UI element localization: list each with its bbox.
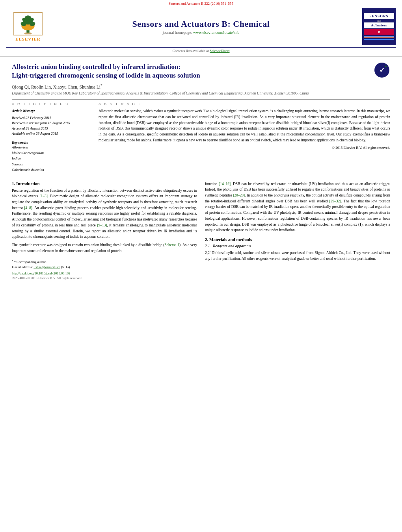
- title-line1: Allosteric anion binding controlled by i…: [12, 63, 181, 70]
- scheme-ref: Scheme 1: [165, 243, 180, 247]
- keywords-label: Keywords:: [12, 141, 91, 145]
- article-content: Allosteric anion binding controlled by i…: [0, 59, 402, 284]
- affiliation: Department of Chemistry and the MOE Key …: [12, 91, 390, 96]
- doi-line: http://dx.doi.org/10.1016/j.snb.2015.08.…: [12, 271, 197, 275]
- sciencedirect-line: Contents lists available at ScienceDirec…: [0, 48, 402, 54]
- elsevier-logo: ELSEVIER: [6, 12, 50, 41]
- abstract-text: Allosteric molecular sensing, which make…: [99, 108, 390, 143]
- received-date: Received 27 February 2015: [12, 115, 91, 121]
- intro-paragraph-2: The synthetic receptor was designed to c…: [12, 242, 197, 254]
- divider-1: [12, 99, 390, 100]
- email-link[interactable]: lishua@xmu.edu.cn: [34, 265, 60, 269]
- article-title-section: Allosteric anion binding controlled by i…: [12, 63, 390, 80]
- journal-header: Sensors and Actuators B 222 (2016) 551–5…: [0, 0, 402, 57]
- corresponding-label: * Corresponding author.: [14, 260, 47, 264]
- footnote-area: * * Corresponding author. E-mail address…: [12, 257, 197, 269]
- reagents-heading: 2.1. Reagents and apparatus: [205, 244, 390, 248]
- footnote-star-line: * * Corresponding author.: [12, 259, 197, 265]
- homepage-link[interactable]: www.elsevier.com/locate/snb: [193, 30, 239, 35]
- right-paragraph-1: function [14–19], DSB can be cleaved by …: [205, 181, 390, 233]
- sensors-actuators-badge: SENSORS and AcTuators B: [362, 8, 396, 45]
- journal-title-block: Sensors and Actuators B: Chemical journa…: [50, 19, 352, 35]
- info-abstract-row: A R T I C L E I N F O Article history: R…: [12, 102, 390, 172]
- ref-9-13: [9–13]: [97, 223, 107, 227]
- accepted-date: Accepted 24 August 2015: [12, 126, 91, 132]
- email-label: E-mail address:: [12, 265, 33, 269]
- history-label: Article history:: [12, 108, 91, 114]
- volume-text: Sensors and Actuators B 222 (2016) 551–5…: [169, 2, 233, 6]
- main-right-column: function [14–19], DSB can be cleaved by …: [205, 181, 390, 280]
- main-content-area: 1. Introduction Precise regulation of th…: [12, 181, 390, 280]
- sciencedirect-link[interactable]: ScienceDirect: [210, 49, 229, 53]
- page: Sensors and Actuators B 222 (2016) 551–5…: [0, 0, 402, 532]
- article-history-block: Article history: Received 27 February 20…: [12, 108, 91, 136]
- abstract-label: A B S T R A C T: [99, 102, 390, 106]
- badge-sensors-text: SENSORS: [364, 13, 394, 19]
- copyright: © 2015 Elsevier B.V. All rights reserved…: [99, 146, 390, 150]
- footnote-email-line: E-mail address: lishua@xmu.edu.cn (S. Li…: [12, 265, 197, 270]
- main-left-column: 1. Introduction Precise regulation of th…: [12, 181, 197, 280]
- elsevier-tree-icon: [12, 12, 44, 36]
- ref-14-19: [14–19]: [219, 182, 231, 186]
- intro-heading: 1. Introduction: [12, 181, 197, 186]
- email-name: (S. Li).: [61, 265, 71, 269]
- ref-1-3: [1–3]: [39, 194, 48, 198]
- article-title: Allosteric anion binding controlled by i…: [12, 63, 374, 80]
- badge-actuators-text: AcTuators: [364, 22, 394, 28]
- keyword-4: Sensors: [12, 161, 91, 167]
- keyword-5: Colorimetric detection: [12, 167, 91, 172]
- issn-line: 0925-4005/© 2015 Elsevier B.V. All right…: [12, 276, 197, 280]
- intro-paragraph-1: Precise regulation of the function of a …: [12, 188, 197, 240]
- reagents-text: 2,2′-Dithiosalicylic acid, taurine and s…: [205, 250, 390, 261]
- keyword-3: Iodide: [12, 156, 91, 161]
- badge-line-2: [364, 37, 394, 38]
- badge-decoration: [364, 35, 394, 40]
- svg-rect-8: [24, 32, 32, 34]
- divider-2: [12, 177, 390, 177]
- badge-and-text: and: [377, 19, 381, 22]
- svg-point-6: [22, 17, 26, 21]
- authors: Qiong Qi, Ruolin Lin, Xiaoyu Chen, Shunh…: [12, 83, 390, 89]
- contents-label: Contents lists available at: [173, 49, 209, 53]
- authors-text: Qiong Qi, Ruolin Lin, Xiaoyu Chen, Shunh…: [12, 85, 100, 89]
- article-info-label: A R T I C L E I N F O: [12, 102, 91, 106]
- ref-29-32: [29–32]: [329, 199, 341, 203]
- crossmark-svg: ✓ +: [375, 63, 389, 77]
- keywords-block: Keywords: Allosterism Molecular recognit…: [12, 141, 91, 173]
- svg-point-7: [30, 17, 34, 21]
- badge-b-text: B: [364, 29, 394, 35]
- compound-1: 1: [359, 222, 361, 226]
- crossmark-badge: ✓ +: [374, 63, 390, 78]
- available-date: Available online 28 August 2015: [12, 131, 91, 137]
- footnote-star-marker: *: [12, 259, 13, 262]
- crossmark-icon: ✓ +: [374, 63, 389, 78]
- keywords-list: Allosterism Molecular recognition Iodide…: [12, 145, 91, 173]
- keyword-2: Molecular recognition: [12, 150, 91, 156]
- homepage-label: journal homepage:: [163, 30, 192, 35]
- title-line2: Light-triggered chromogenic sensing of i…: [12, 72, 200, 79]
- abstract-column: A B S T R A C T Allosteric molecular sen…: [99, 102, 390, 172]
- keyword-1: Allosterism: [12, 145, 91, 150]
- svg-point-4: [30, 22, 35, 26]
- sensors-badge-area: SENSORS and AcTuators B: [352, 8, 396, 45]
- journal-title: Sensors and Actuators B: Chemical: [50, 19, 352, 29]
- header-middle-row: ELSEVIER Sensors and Actuators B: Chemic…: [0, 6, 402, 47]
- materials-heading: 2. Materials and methods: [205, 237, 390, 242]
- article-info-column: A R T I C L E I N F O Article history: R…: [12, 102, 91, 172]
- svg-text:+: +: [385, 65, 387, 69]
- journal-volume-info: Sensors and Actuators B 222 (2016) 551–5…: [0, 0, 402, 6]
- corresponding-star: *: [100, 83, 102, 87]
- ref-20-28: [20–28]: [233, 193, 245, 197]
- badge-line-1: [364, 36, 394, 37]
- svg-point-3: [21, 22, 27, 26]
- elsevier-label: ELSEVIER: [15, 37, 41, 41]
- ref-4-8: [4–8]: [24, 206, 32, 210]
- badge-line-3: [364, 39, 394, 40]
- journal-homepage: journal homepage: www.elsevier.com/locat…: [50, 30, 352, 35]
- revised-date: Received in revised form 16 August 2015: [12, 120, 91, 126]
- svg-text:✓: ✓: [379, 66, 385, 74]
